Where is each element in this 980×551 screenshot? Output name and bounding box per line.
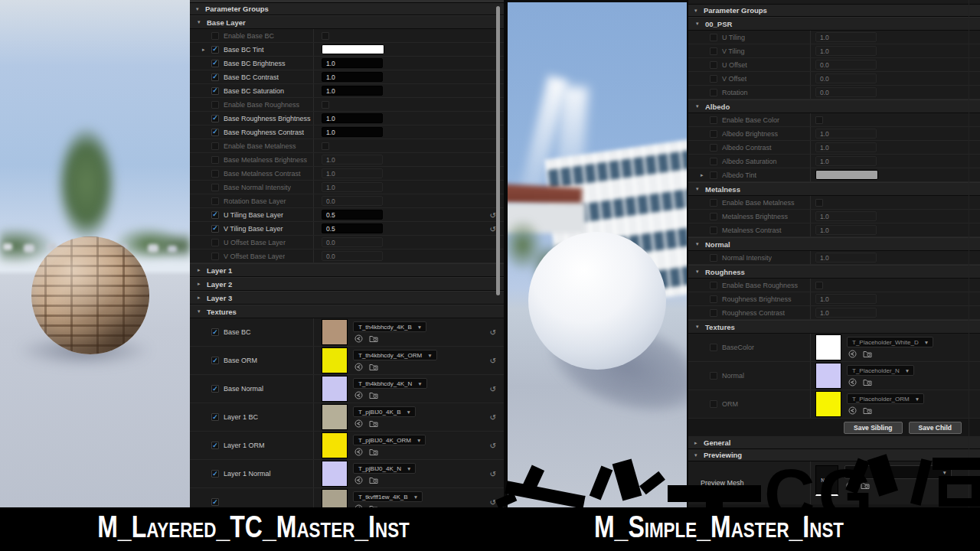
use-selected-asset-icon[interactable]: [354, 391, 363, 399]
texture-parameter-row[interactable]: ✓Layer 1 ORMT_pjBIJ0_4K_ORM▼↺: [190, 432, 504, 460]
parameter-row[interactable]: ✓Base Roughness Brightness1.0: [190, 112, 504, 126]
parameter-checkbox[interactable]: [710, 199, 717, 207]
texture-thumbnail[interactable]: [322, 404, 348, 430]
texture-thumbnail[interactable]: [815, 391, 841, 417]
parameter-checkbox[interactable]: [211, 142, 219, 150]
parameter-checkbox[interactable]: ✓: [211, 211, 219, 219]
texture-asset-dropdown[interactable]: T_pjBIJ0_4K_ORM▼: [353, 435, 426, 445]
parameter-row[interactable]: ▸Albedo Tint: [688, 168, 980, 182]
parameter-checkbox[interactable]: ✓: [211, 442, 219, 449]
value-field[interactable]: 1.0: [322, 86, 383, 96]
left-panel-scrollbar[interactable]: [496, 6, 500, 295]
parameter-row[interactable]: V Tiling1.0: [688, 44, 980, 58]
parameter-checkbox[interactable]: [710, 144, 717, 152]
texture-parameter-row[interactable]: ✓Base ORMT_th4kbhcdy_4K_ORM▼↺: [190, 347, 504, 375]
value-field[interactable]: 1.0: [322, 168, 383, 178]
parameter-checkbox[interactable]: [710, 254, 717, 262]
parameter-checkbox[interactable]: [710, 116, 717, 124]
texture-asset-dropdown[interactable]: T_Placeholder_N▼: [847, 365, 914, 376]
group-header-previewing[interactable]: ▾Previewing: [688, 449, 980, 461]
preview-mesh-row[interactable]: Preview MeshNoneNone▼: [688, 461, 980, 504]
parameter-row[interactable]: Albedo Contrast1.0: [688, 141, 980, 155]
texture-thumbnail[interactable]: [815, 363, 841, 389]
expander-arrow-icon[interactable]: ▸: [202, 47, 211, 53]
parameter-row[interactable]: Base Metalness Brightness1.0: [190, 153, 504, 167]
parameter-checkbox[interactable]: [211, 32, 219, 40]
parameter-checkbox[interactable]: [710, 213, 717, 220]
parameter-checkbox[interactable]: [710, 372, 717, 380]
value-field[interactable]: 1.0: [815, 294, 877, 304]
texture-thumbnail[interactable]: [322, 376, 348, 402]
parameter-row[interactable]: Base Normal Intensity1.0: [190, 181, 504, 194]
value-checkbox[interactable]: [322, 32, 329, 40]
parameter-row[interactable]: Metalness Brightness1.0: [688, 210, 980, 223]
parameter-checkbox[interactable]: [211, 253, 219, 260]
texture-asset-dropdown[interactable]: T_tkvfff1ew_4K_B▼: [353, 491, 423, 502]
value-checkbox[interactable]: [815, 199, 823, 207]
value-field[interactable]: 1.0: [815, 32, 877, 42]
parameter-checkbox[interactable]: ✓: [211, 470, 219, 478]
texture-thumbnail[interactable]: [815, 334, 841, 360]
value-field[interactable]: 1.0: [322, 72, 383, 82]
parameter-checkbox[interactable]: ✓: [211, 115, 219, 122]
reset-to-default-icon[interactable]: ↺: [490, 328, 496, 337]
texture-parameter-row[interactable]: NormalT_Placeholder_N▼: [688, 362, 980, 390]
parameter-checkbox[interactable]: [710, 400, 717, 408]
group-header-normal[interactable]: ▾Normal: [688, 237, 980, 251]
texture-parameter-row[interactable]: ✓Base BCT_th4kbhcdy_4K_B▼↺: [190, 318, 504, 347]
parameter-row[interactable]: Enable Base Color: [688, 113, 980, 127]
group-header-metalness[interactable]: ▾Metalness: [688, 182, 980, 196]
texture-thumbnail[interactable]: [322, 432, 348, 458]
browse-to-asset-icon[interactable]: [369, 391, 378, 399]
parameter-checkbox[interactable]: ✓: [211, 328, 219, 336]
parameter-row[interactable]: V Offset0.0: [688, 72, 980, 86]
texture-parameter-row[interactable]: ORMT_Placeholder_ORM▼: [688, 390, 980, 419]
parameter-checkbox[interactable]: [710, 75, 717, 83]
browse-to-asset-icon[interactable]: [369, 334, 378, 343]
value-checkbox[interactable]: [815, 116, 823, 124]
parameter-checkbox[interactable]: [710, 47, 717, 55]
parameter-groups-header[interactable]: ▾Parameter Groups: [688, 5, 980, 17]
parameter-row[interactable]: U Offset Base Layer0.0: [190, 236, 504, 249]
color-swatch[interactable]: [322, 44, 384, 54]
parameter-checkbox[interactable]: ✓: [211, 385, 219, 393]
value-field[interactable]: 0.5: [322, 223, 383, 233]
parameter-row[interactable]: Roughness Brightness1.0: [688, 292, 980, 306]
parameter-row[interactable]: Metalness Contrast1.0: [688, 223, 980, 237]
parameter-row[interactable]: Normal Intensity1.0: [688, 251, 980, 265]
texture-asset-dropdown[interactable]: T_pjBIJ0_4K_N▼: [353, 463, 416, 474]
save-sibling-button[interactable]: Save Sibling: [844, 422, 903, 434]
texture-asset-dropdown[interactable]: T_Placeholder_ORM▼: [847, 393, 924, 404]
parameter-row[interactable]: Rotation Base Layer0.0: [190, 194, 504, 208]
value-field[interactable]: 1.0: [322, 58, 383, 68]
texture-thumbnail[interactable]: [322, 319, 348, 345]
group-header-roughness[interactable]: ▾Roughness: [688, 265, 980, 279]
parameter-checkbox[interactable]: [710, 130, 717, 138]
parameter-checkbox[interactable]: [710, 295, 717, 303]
parameter-row[interactable]: ✓U Tiling Base Layer0.5↺: [190, 208, 504, 222]
parameter-row[interactable]: ✓Base BC Saturation1.0: [190, 84, 504, 98]
parameter-row[interactable]: ✓Base BC Brightness1.0: [190, 57, 504, 70]
parameter-checkbox[interactable]: [211, 239, 219, 246]
browse-to-asset-icon[interactable]: [863, 350, 872, 358]
parameter-checkbox[interactable]: ✓: [211, 225, 219, 233]
value-field[interactable]: 1.0: [815, 225, 877, 235]
parameter-checkbox[interactable]: [710, 89, 717, 96]
parameter-row[interactable]: ▸✓Base BC Tint: [190, 43, 504, 57]
texture-parameter-row[interactable]: BaseColorT_Placeholder_White_D▼: [688, 334, 980, 362]
parameter-checkbox[interactable]: ✓: [211, 87, 219, 95]
browse-to-asset-icon[interactable]: [861, 481, 870, 490]
parameter-row[interactable]: Albedo Saturation1.0: [688, 155, 980, 168]
use-selected-asset-icon[interactable]: [354, 419, 363, 428]
preview-mesh-dropdown[interactable]: None▼: [844, 465, 952, 479]
value-checkbox[interactable]: [322, 101, 329, 109]
texture-asset-dropdown[interactable]: T_th4kbhcdy_4K_B▼: [353, 321, 426, 332]
parameter-row[interactable]: U Offset0.0: [688, 58, 980, 72]
reset-to-default-icon[interactable]: ↺: [490, 224, 496, 233]
parameter-row[interactable]: Enable Base Metalness: [688, 196, 980, 210]
group-header-layer-1[interactable]: ▸Layer 1: [190, 263, 504, 277]
use-selected-asset-icon[interactable]: [848, 350, 857, 358]
parameter-checkbox[interactable]: [710, 171, 717, 179]
parameter-checkbox[interactable]: ✓: [211, 129, 219, 136]
value-field[interactable]: 0.0: [322, 196, 383, 206]
